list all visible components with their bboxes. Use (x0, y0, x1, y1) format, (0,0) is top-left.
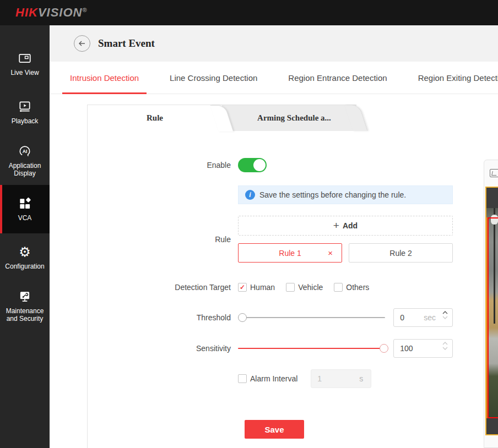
sidebar-item-live-view[interactable]: Live View (0, 40, 50, 88)
sidebar-item-vca[interactable]: VCA (0, 185, 50, 233)
tab-region-exiting-detection[interactable]: Region Exiting Detection (410, 62, 498, 94)
sidebar-item-application-display[interactable]: AI Application Display (0, 136, 50, 185)
video-preview[interactable] (485, 187, 498, 435)
live-view-icon (18, 51, 32, 65)
sidebar-item-label: Live View (9, 69, 40, 77)
checkbox-others[interactable]: Others (334, 283, 369, 292)
checkbox-unchecked (286, 283, 295, 292)
rule-2-button[interactable]: Rule 2 (349, 243, 453, 263)
page-header: Smart Event (50, 25, 498, 62)
sensitivity-slider[interactable] (238, 344, 385, 353)
add-rule-button[interactable]: + Add (238, 216, 453, 236)
tab-rule[interactable]: Rule (88, 105, 222, 131)
svg-text:AI: AI (23, 149, 28, 154)
application-display-icon: AI (18, 144, 32, 159)
rule-form: Enable i Save the settings before changi… (88, 131, 498, 439)
sidebar-item-label: Maintenance and Security (0, 307, 50, 323)
sidebar-item-label: Application Display (0, 162, 50, 177)
spinner-up-icon[interactable] (442, 342, 448, 345)
rule-label: Rule (88, 235, 238, 244)
threshold-label: Threshold (88, 313, 238, 322)
enable-label: Enable (88, 161, 238, 170)
tab-region-entrance-detection[interactable]: Region Entrance Detection (280, 62, 394, 94)
alarm-interval-input-box: s (311, 369, 371, 388)
info-row: i Save the settings before changing the … (88, 172, 498, 204)
detection-target-row: Detection Target ✓ Human Vehicle Others (88, 283, 498, 292)
sensitivity-row: Sensitivity (88, 339, 498, 358)
sensitivity-input-box (393, 339, 453, 358)
maintenance-icon (18, 289, 32, 304)
slider-track (238, 317, 385, 318)
sidebar-item-configuration[interactable]: ⚙ Configuration (0, 233, 50, 282)
checkbox-alarm-interval[interactable]: Alarm Interval (238, 374, 297, 383)
configuration-gear-icon: ⚙ (18, 245, 32, 259)
back-arrow-icon (78, 39, 86, 48)
tab-line-crossing-detection[interactable]: Line Crossing Detection (162, 62, 265, 94)
checkbox-checked-icon: ✓ (238, 283, 247, 292)
toggle-knob (253, 159, 266, 171)
draw-region-icon[interactable] (490, 169, 498, 177)
info-message-box: i Save the settings before changing the … (238, 185, 453, 204)
back-button[interactable] (74, 35, 90, 52)
enable-toggle[interactable] (238, 158, 267, 172)
smart-event-tabbar: Intrusion Detection Line Crossing Detect… (50, 62, 498, 94)
checkbox-human[interactable]: ✓ Human (238, 283, 275, 292)
alarm-interval-unit: s (359, 374, 363, 383)
threshold-slider-handle[interactable] (238, 313, 247, 322)
intrusion-region-rectangle[interactable] (488, 217, 498, 418)
preview-toolbar (484, 160, 498, 185)
content-area: Rule Arming Schedule a... Enable i Save … (50, 94, 498, 448)
rule-tab-strip: Rule Arming Schedule a... (88, 105, 498, 131)
checkbox-unchecked (238, 374, 247, 383)
detection-target-label: Detection Target (88, 283, 238, 292)
threshold-unit: sec (424, 313, 436, 322)
threshold-slider[interactable] (238, 313, 385, 322)
tab-arming-schedule[interactable]: Arming Schedule a... (222, 105, 356, 131)
threshold-spinner (442, 311, 448, 319)
playback-icon (18, 100, 32, 114)
slider-fill (238, 348, 385, 349)
sidebar-item-label: Playback (10, 117, 40, 125)
page-title: Smart Event (98, 37, 155, 50)
rule-panel: Rule Arming Schedule a... Enable i Save … (87, 105, 498, 448)
video-preview-card (484, 160, 498, 448)
spinner-down-icon[interactable] (442, 347, 448, 350)
logo-registered-mark: ® (82, 7, 87, 13)
sidebar-item-playback[interactable]: Playback (0, 88, 50, 136)
spinner-down-icon[interactable] (442, 316, 448, 319)
threshold-input[interactable] (394, 313, 423, 322)
sensitivity-label: Sensitivity (88, 344, 238, 353)
rule-1-button[interactable]: Rule 1 × (238, 243, 342, 263)
sidebar: Live View Playback AI Application Displa… (0, 25, 50, 448)
logo-hik: HIK (15, 6, 38, 19)
info-icon: i (245, 190, 255, 200)
vca-icon (18, 196, 32, 211)
alarm-interval-input[interactable] (311, 374, 340, 383)
sensitivity-input[interactable] (394, 344, 423, 353)
threshold-row: Threshold sec (88, 308, 498, 327)
tab-intrusion-detection[interactable]: Intrusion Detection (62, 62, 147, 94)
enable-row: Enable (88, 158, 498, 172)
checkbox-unchecked (334, 283, 343, 292)
hikvision-logo: HIKVISION® (15, 6, 88, 20)
rule-row: Rule + Add Rule 1 × Rule 2 (88, 216, 498, 263)
spinner-up-icon[interactable] (442, 311, 448, 314)
logo-vision: VISION (38, 6, 83, 19)
alarm-interval-row: Alarm Interval s (88, 369, 498, 388)
top-bar: HIKVISION® (0, 0, 498, 25)
close-icon[interactable]: × (328, 248, 333, 258)
save-button[interactable]: Save (245, 420, 304, 439)
plus-icon: + (333, 220, 339, 232)
checkbox-vehicle[interactable]: Vehicle (286, 283, 323, 292)
sensitivity-spinner (442, 342, 448, 350)
rule-buttons: Rule 1 × Rule 2 (238, 243, 453, 263)
sidebar-item-label: Configuration (4, 263, 45, 270)
info-message: Save the settings before changing the ru… (259, 190, 406, 199)
sensitivity-slider-handle[interactable] (380, 344, 388, 353)
threshold-input-box: sec (393, 308, 453, 327)
sidebar-item-label: VCA (17, 214, 33, 222)
sidebar-item-maintenance-and-security[interactable]: Maintenance and Security (0, 282, 50, 330)
